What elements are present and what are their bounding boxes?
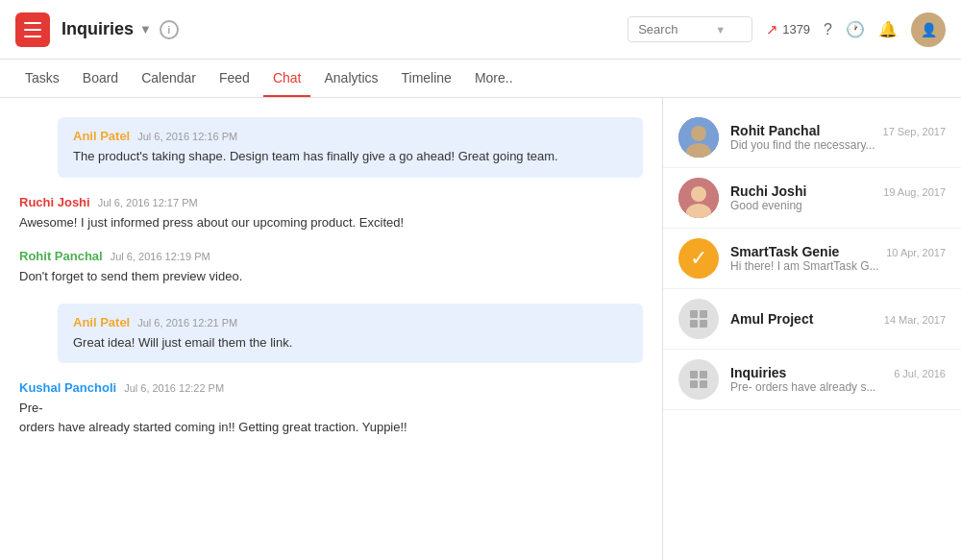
svg-rect-10 xyxy=(690,371,698,378)
avatar-smarttask: ✓ xyxy=(678,238,719,279)
sidebar-item-inquiries-top: Inquiries 6 Jul, 2016 xyxy=(730,365,946,380)
user-avatar[interactable]: 👤 xyxy=(911,12,946,47)
message-time-4: Jul 6, 2016 12:21 PM xyxy=(137,317,237,329)
main-content: Anil Patel Jul 6, 2016 12:16 PM The prod… xyxy=(0,98,961,560)
message-block-2: Ruchi Joshi Jul 6, 2016 12:17 PM Awesome… xyxy=(19,195,643,232)
chat-area: Anil Patel Jul 6, 2016 12:16 PM The prod… xyxy=(0,98,663,560)
sidebar-item-ruchi-info: Ruchi Joshi 19 Aug, 2017 Good evening xyxy=(730,183,946,212)
svg-rect-9 xyxy=(700,320,707,328)
clock-icon[interactable]: 🕐 xyxy=(846,20,865,38)
svg-rect-13 xyxy=(700,380,707,388)
tab-timeline[interactable]: Timeline xyxy=(392,61,461,97)
sidebar-item-ruchi[interactable]: Ruchi Joshi 19 Aug, 2017 Good evening xyxy=(663,168,961,229)
message-block-3: Rohit Panchal Jul 6, 2016 12:19 PM Don't… xyxy=(19,249,643,286)
sidebar-item-ruchi-top: Ruchi Joshi 19 Aug, 2017 xyxy=(730,183,946,199)
bell-icon[interactable]: 🔔 xyxy=(878,20,898,38)
header-right: ▼ ↗ 1379 ? 🕐 🔔 👤 xyxy=(628,12,946,47)
trending-count: 1379 xyxy=(782,22,810,37)
trend-icon: ↗ xyxy=(766,21,778,38)
avatar-inquiries xyxy=(678,359,719,400)
sidebar-item-amul-date: 14 Mar, 2017 xyxy=(884,314,946,326)
nav-tabs: Tasks Board Calendar Feed Chat Analytics… xyxy=(0,60,961,98)
header: Inquiries ▼ i ▼ ↗ 1379 ? 🕐 🔔 👤 xyxy=(0,0,961,60)
message-header-4: Anil Patel Jul 6, 2016 12:21 PM xyxy=(73,315,628,329)
message-header-1: Anil Patel Jul 6, 2016 12:16 PM xyxy=(73,129,628,143)
sidebar-item-ruchi-date: 19 Aug, 2017 xyxy=(883,186,946,198)
sidebar-item-smarttask-preview: Hi there! I am SmartTask G... xyxy=(730,259,946,273)
tab-chat[interactable]: Chat xyxy=(263,61,311,97)
hamburger-line-3 xyxy=(24,36,41,37)
message-text-2: Awesome! I just informed press about our… xyxy=(19,213,643,232)
sidebar-item-ruchi-name: Ruchi Joshi xyxy=(730,183,806,199)
message-time-1: Jul 6, 2016 12:16 PM xyxy=(137,131,237,142)
sidebar-item-smarttask-info: SmartTask Genie 10 Apr, 2017 Hi there! I… xyxy=(730,244,946,273)
svg-point-1 xyxy=(691,126,706,141)
svg-point-4 xyxy=(691,186,706,202)
project-dropdown-icon[interactable]: ▼ xyxy=(139,22,152,37)
message-header-5: Kushal Pancholi Jul 6, 2016 12:22 PM xyxy=(19,380,643,395)
right-sidebar: Rohit Panchal 17 Sep, 2017 Did you find … xyxy=(663,98,961,560)
message-text-3: Don't forget to send them preview video. xyxy=(19,267,643,286)
message-author-3: Rohit Panchal xyxy=(19,249,103,263)
tab-board[interactable]: Board xyxy=(73,61,128,97)
svg-rect-11 xyxy=(700,371,707,378)
tab-feed[interactable]: Feed xyxy=(209,61,259,97)
sidebar-item-amul[interactable]: Amul Project 14 Mar, 2017 xyxy=(663,289,961,350)
sidebar-item-rohit-preview: Did you find the necessary... xyxy=(730,138,946,152)
svg-rect-8 xyxy=(690,320,698,328)
sidebar-item-rohit-name: Rohit Panchal xyxy=(730,123,820,138)
message-time-2: Jul 6, 2016 12:17 PM xyxy=(98,197,198,208)
message-author-1: Anil Patel xyxy=(73,129,130,143)
search-input[interactable] xyxy=(638,22,715,37)
sidebar-item-smarttask-date: 10 Apr, 2017 xyxy=(886,247,946,258)
info-icon[interactable]: i xyxy=(160,20,179,39)
sidebar-item-rohit-top: Rohit Panchal 17 Sep, 2017 xyxy=(730,123,946,138)
help-icon[interactable]: ? xyxy=(824,21,832,38)
sidebar-item-smarttask-name: SmartTask Genie xyxy=(730,244,839,259)
message-text-1: The product's taking shape. Design team … xyxy=(73,147,628,166)
avatar-amul xyxy=(678,299,719,339)
svg-rect-12 xyxy=(690,380,698,388)
sidebar-item-inquiries-name: Inquiries xyxy=(730,365,786,380)
message-bubble-1: Anil Patel Jul 6, 2016 12:16 PM The prod… xyxy=(58,117,643,178)
trending-badge: ↗ 1379 xyxy=(766,21,810,38)
sidebar-item-rohit-date: 17 Sep, 2017 xyxy=(883,126,946,137)
search-box[interactable]: ▼ xyxy=(628,16,752,42)
svg-rect-6 xyxy=(690,310,698,318)
sidebar-item-inquiries-date: 6 Jul, 2016 xyxy=(894,368,946,379)
sidebar-item-smarttask-top: SmartTask Genie 10 Apr, 2017 xyxy=(730,244,946,259)
sidebar-item-inquiries[interactable]: Inquiries 6 Jul, 2016 Pre- orders have a… xyxy=(663,350,961,410)
message-header-3: Rohit Panchal Jul 6, 2016 12:19 PM xyxy=(19,249,643,263)
search-dropdown-icon: ▼ xyxy=(715,24,726,36)
message-text-4: Great idea! Will just email them the lin… xyxy=(73,333,628,353)
message-author-4: Anil Patel xyxy=(73,315,130,329)
sidebar-item-ruchi-preview: Good evening xyxy=(730,199,946,212)
hamburger-line-2 xyxy=(24,29,41,31)
message-text-5: Pre-orders have already started coming i… xyxy=(19,399,643,436)
tab-tasks[interactable]: Tasks xyxy=(15,61,69,97)
hamburger-button[interactable] xyxy=(15,12,50,47)
svg-rect-7 xyxy=(700,310,707,318)
avatar-rohit xyxy=(678,117,719,158)
message-bubble-4: Anil Patel Jul 6, 2016 12:21 PM Great id… xyxy=(58,304,643,364)
sidebar-item-amul-top: Amul Project 14 Mar, 2017 xyxy=(730,311,946,327)
sidebar-item-amul-info: Amul Project 14 Mar, 2017 xyxy=(730,311,946,327)
sidebar-item-rohit[interactable]: Rohit Panchal 17 Sep, 2017 Did you find … xyxy=(663,108,961,168)
tab-analytics[interactable]: Analytics xyxy=(314,61,387,97)
message-author-2: Ruchi Joshi xyxy=(19,195,90,209)
avatar-ruchi xyxy=(678,178,719,218)
message-block-5: Kushal Pancholi Jul 6, 2016 12:22 PM Pre… xyxy=(19,380,643,436)
message-time-5: Jul 6, 2016 12:22 PM xyxy=(124,382,224,394)
message-author-5: Kushal Pancholi xyxy=(19,380,116,395)
sidebar-item-inquiries-info: Inquiries 6 Jul, 2016 Pre- orders have a… xyxy=(730,365,946,394)
sidebar-item-inquiries-preview: Pre- orders have already s... xyxy=(730,380,946,394)
message-time-3: Jul 6, 2016 12:19 PM xyxy=(111,251,210,262)
project-title: Inquiries xyxy=(62,19,134,39)
sidebar-item-rohit-info: Rohit Panchal 17 Sep, 2017 Did you find … xyxy=(730,123,946,152)
message-header-2: Ruchi Joshi Jul 6, 2016 12:17 PM xyxy=(19,195,643,209)
tab-more[interactable]: More.. xyxy=(465,61,523,97)
sidebar-item-amul-name: Amul Project xyxy=(730,311,813,327)
tab-calendar[interactable]: Calendar xyxy=(132,61,206,97)
hamburger-line-1 xyxy=(24,22,41,24)
sidebar-item-smarttask[interactable]: ✓ SmartTask Genie 10 Apr, 2017 Hi there!… xyxy=(663,229,961,289)
